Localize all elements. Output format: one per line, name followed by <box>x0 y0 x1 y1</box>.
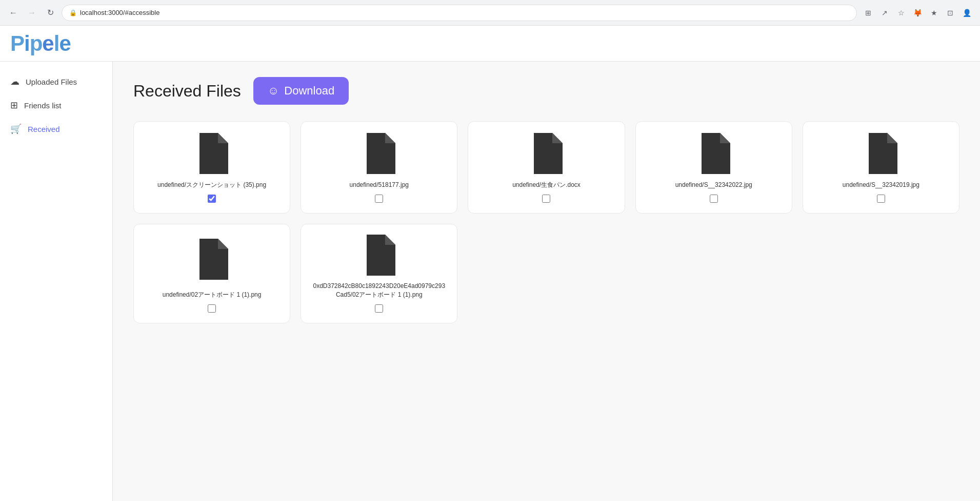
file-doc-icon <box>865 133 897 174</box>
sidebar: ☁ Uploaded Files ⊞ Friends list 🛒 Receiv… <box>0 62 113 501</box>
file-icon-area <box>363 132 395 175</box>
file-checkbox-row <box>542 195 550 203</box>
file-name: undefined/518177.jpg <box>350 181 409 189</box>
file-doc-icon <box>530 133 563 174</box>
download-button[interactable]: ☺ Download <box>253 77 349 105</box>
sidebar-label-received: Received <box>28 125 60 133</box>
file-card[interactable]: undefined/S__32342022.jpg <box>635 121 792 214</box>
file-icon-area <box>195 132 228 175</box>
main-header: Received Files ☺ Download <box>133 77 959 105</box>
sidebar-label-uploaded: Uploaded Files <box>26 78 77 86</box>
download-button-icon: ☺ <box>268 84 279 98</box>
url-text: localhost:3000/#accessible <box>80 9 159 16</box>
file-icon-area <box>195 235 228 284</box>
profile-icon[interactable]: 👤 <box>959 6 974 20</box>
extension-icon[interactable]: 🦊 <box>910 6 925 20</box>
browser-chrome: ← → ↻ 🔒 localhost:3000/#accessible ⊞ ↗ ☆… <box>0 0 980 26</box>
file-card[interactable]: undefined/S__32342019.jpg <box>803 121 959 214</box>
file-name: undefined/S__32342019.jpg <box>843 181 919 189</box>
sidebar-item-uploaded[interactable]: ☁ Uploaded Files <box>0 70 112 93</box>
file-doc-icon <box>363 133 395 174</box>
file-checkbox[interactable] <box>208 195 216 203</box>
main-content: Received Files ☺ Download undefined/スクリー… <box>113 62 980 501</box>
file-doc-icon <box>697 133 730 174</box>
app-logo[interactable]: Pipele <box>10 31 71 56</box>
browser-actions: ⊞ ↗ ☆ 🦊 ★ ⊡ 👤 <box>861 6 974 20</box>
file-icon-area <box>363 235 395 276</box>
app-header: Pipele <box>0 26 980 62</box>
back-button[interactable]: ← <box>6 6 21 20</box>
file-checkbox-row <box>375 195 383 203</box>
file-card[interactable]: undefined/02アートボード 1 (1).png <box>133 224 290 323</box>
app-body: ☁ Uploaded Files ⊞ Friends list 🛒 Receiv… <box>0 62 980 501</box>
bookmark-icon[interactable]: ☆ <box>894 6 908 20</box>
reload-button[interactable]: ↻ <box>43 6 57 20</box>
sidebar-item-received[interactable]: 🛒 Received <box>0 117 112 141</box>
download-button-label: Download <box>284 84 334 98</box>
file-icon-area <box>697 132 730 175</box>
file-checkbox-row <box>208 195 216 203</box>
file-checkbox[interactable] <box>208 304 216 313</box>
file-card[interactable]: 0xdD372842cB80c1892243D20eE4ad0979c293Ca… <box>301 224 457 323</box>
address-bar[interactable]: 🔒 localhost:3000/#accessible <box>62 5 857 21</box>
file-doc-icon <box>195 133 228 174</box>
upload-cloud-icon: ☁ <box>10 76 19 87</box>
friends-icon: ⊞ <box>10 100 18 111</box>
file-grid: undefined/スクリーンショット (35).png undefined/5… <box>133 121 959 323</box>
file-checkbox[interactable] <box>710 195 718 203</box>
page-title: Received Files <box>133 82 241 101</box>
file-name: undefined/02アートボード 1 (1).png <box>163 291 262 299</box>
share-icon[interactable]: ↗ <box>877 6 892 20</box>
translate-icon[interactable]: ⊞ <box>861 6 875 20</box>
file-doc-icon <box>363 235 395 276</box>
file-name: undefined/スクリーンショット (35).png <box>157 181 266 189</box>
file-doc-icon <box>195 239 228 280</box>
file-icon-area <box>865 132 897 175</box>
file-checkbox[interactable] <box>375 304 383 313</box>
file-name: 0xdD372842cB80c1892243D20eE4ad0979c293Ca… <box>311 282 447 299</box>
lock-icon: 🔒 <box>69 9 77 16</box>
sidebar-item-friends[interactable]: ⊞ Friends list <box>0 93 112 117</box>
sidebar-label-friends: Friends list <box>24 101 62 110</box>
forward-button[interactable]: → <box>25 6 39 20</box>
file-checkbox[interactable] <box>542 195 550 203</box>
extensions-icon[interactable]: ★ <box>927 6 941 20</box>
file-icon-area <box>530 132 563 175</box>
file-checkbox-row <box>208 304 216 313</box>
file-card[interactable]: undefined/生食パン.docx <box>468 121 625 214</box>
file-checkbox[interactable] <box>877 195 885 203</box>
file-card[interactable]: undefined/スクリーンショット (35).png <box>133 121 290 214</box>
split-view-icon[interactable]: ⊡ <box>943 6 957 20</box>
file-name: undefined/S__32342022.jpg <box>675 181 752 189</box>
file-checkbox-row <box>710 195 718 203</box>
file-card[interactable]: undefined/518177.jpg <box>301 121 457 214</box>
received-icon: 🛒 <box>10 123 22 134</box>
file-checkbox[interactable] <box>375 195 383 203</box>
file-name: undefined/生食パン.docx <box>512 181 581 189</box>
file-checkbox-row <box>877 195 885 203</box>
file-checkbox-row <box>375 304 383 313</box>
